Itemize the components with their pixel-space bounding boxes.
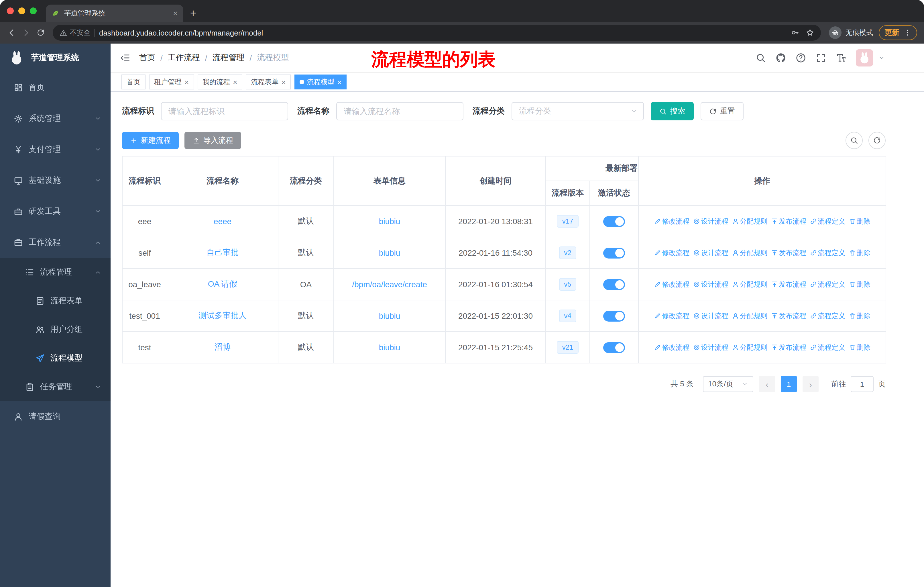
active-toggle[interactable] (603, 279, 625, 290)
form-info-link[interactable]: biubiu (379, 248, 401, 257)
close-icon[interactable]: × (281, 78, 285, 86)
back-button[interactable] (7, 28, 16, 37)
process-name-link[interactable]: OA 请假 (208, 279, 238, 288)
reset-button[interactable]: 重置 (701, 102, 744, 121)
address-bar[interactable]: 不安全 dashboard.yudao.iocoder.cn/bpm/manag… (53, 25, 821, 41)
action-assign-rule[interactable]: 分配规则 (732, 342, 767, 352)
close-icon[interactable]: × (337, 78, 342, 86)
font-size-icon[interactable] (836, 53, 846, 63)
forward-button[interactable] (22, 28, 31, 37)
prev-page-button[interactable]: ‹ (759, 376, 775, 392)
action-assign-rule[interactable]: 分配规则 (732, 311, 767, 321)
action-modify-process[interactable]: 修改流程 (654, 342, 690, 352)
action-design-process[interactable]: 设计流程 (693, 217, 728, 226)
action-delete[interactable]: 删除 (849, 279, 870, 289)
sidebar-item-home[interactable]: 首页 (0, 72, 111, 103)
action-modify-process[interactable]: 修改流程 (654, 279, 690, 289)
process-name-link[interactable]: 滔博 (214, 342, 231, 351)
sidebar-item-task-management[interactable]: 任务管理 (0, 373, 111, 401)
new-tab-button[interactable]: + (190, 8, 196, 18)
sidebar-item-system[interactable]: 系统管理 (0, 103, 111, 134)
action-publish-process[interactable]: 发布流程 (771, 279, 806, 289)
sidebar-item-infra[interactable]: 基础设施 (0, 165, 111, 196)
action-delete[interactable]: 删除 (849, 248, 870, 258)
close-icon[interactable]: × (185, 78, 189, 86)
tag-tenant[interactable]: 租户管理 × (149, 74, 194, 89)
action-assign-rule[interactable]: 分配规则 (732, 248, 767, 258)
action-process-definition[interactable]: 流程定义 (810, 311, 845, 321)
active-toggle[interactable] (603, 342, 625, 353)
sidebar-item-leave-query[interactable]: 请假查询 (0, 401, 111, 432)
search-icon[interactable] (756, 53, 766, 63)
action-modify-process[interactable]: 修改流程 (654, 248, 690, 258)
action-delete[interactable]: 删除 (849, 217, 870, 226)
category-select[interactable]: 流程分类 (512, 102, 644, 121)
action-delete[interactable]: 删除 (849, 311, 870, 321)
tag-process-form[interactable]: 流程表单 × (246, 74, 291, 89)
active-toggle[interactable] (603, 216, 625, 227)
import-process-button[interactable]: 导入流程 (185, 132, 241, 149)
sidebar-item-workflow[interactable]: 工作流程 (0, 227, 111, 258)
active-toggle[interactable] (603, 247, 625, 258)
sidebar-item-process-form[interactable]: 流程表单 (0, 287, 111, 315)
action-process-definition[interactable]: 流程定义 (810, 217, 845, 226)
process-key-input[interactable] (161, 102, 288, 121)
security-warning-chip[interactable]: 不安全 (59, 28, 91, 38)
window-minimize-button[interactable] (18, 7, 25, 14)
action-modify-process[interactable]: 修改流程 (654, 217, 690, 226)
bookmark-star-icon[interactable] (806, 29, 814, 37)
form-info-link[interactable]: biubiu (379, 217, 401, 226)
breadcrumb-workflow[interactable]: 工作流程 (168, 53, 200, 63)
breadcrumb-process-management[interactable]: 流程管理 (213, 53, 244, 63)
action-process-definition[interactable]: 流程定义 (810, 342, 845, 352)
tag-process-model[interactable]: 流程模型 × (294, 74, 347, 89)
process-name-input[interactable] (336, 102, 464, 121)
browser-update-button[interactable]: 更新 (879, 25, 917, 40)
help-icon[interactable] (796, 53, 806, 63)
form-info-link[interactable]: biubiu (379, 311, 401, 321)
action-assign-rule[interactable]: 分配规则 (732, 279, 767, 289)
sidebar-item-process-model[interactable]: 流程模型 (0, 344, 111, 373)
action-design-process[interactable]: 设计流程 (693, 248, 728, 258)
sidebar-item-devtools[interactable]: 研发工具 (0, 196, 111, 227)
action-publish-process[interactable]: 发布流程 (771, 217, 806, 226)
sidebar-fold-button[interactable] (120, 53, 130, 63)
form-info-link[interactable]: biubiu (379, 343, 401, 352)
goto-page-input[interactable] (851, 376, 874, 392)
reload-button[interactable] (37, 29, 45, 37)
active-toggle[interactable] (603, 311, 625, 321)
search-button[interactable]: 搜索 (651, 102, 694, 121)
next-page-button[interactable]: › (803, 376, 818, 392)
action-design-process[interactable]: 设计流程 (693, 311, 728, 321)
form-info-link[interactable]: /bpm/oa/leave/create (352, 280, 427, 289)
fullscreen-icon[interactable] (816, 53, 826, 63)
action-assign-rule[interactable]: 分配规则 (732, 217, 767, 226)
avatar-caret-icon[interactable] (878, 55, 885, 61)
tag-home[interactable]: 首页 (121, 74, 145, 89)
process-name-link[interactable]: 自己审批 (206, 248, 239, 257)
page-size-select[interactable]: 10条/页 (703, 376, 753, 392)
sidebar-item-user-group[interactable]: 用户分组 (0, 315, 111, 344)
window-close-button[interactable] (7, 7, 14, 14)
sidebar-item-process-management[interactable]: 流程管理 (0, 258, 111, 287)
avatar[interactable] (856, 49, 873, 66)
action-publish-process[interactable]: 发布流程 (771, 311, 806, 321)
breadcrumb-home[interactable]: 首页 (139, 53, 155, 63)
github-icon[interactable] (776, 53, 786, 63)
process-name-link[interactable]: eeee (214, 217, 231, 226)
page-1-button[interactable]: 1 (781, 376, 797, 392)
refresh-table-button[interactable] (868, 132, 886, 149)
key-icon[interactable] (791, 29, 799, 37)
tab-close-icon[interactable]: × (173, 9, 178, 17)
action-publish-process[interactable]: 发布流程 (771, 248, 806, 258)
browser-menu-dots-icon[interactable] (903, 29, 911, 37)
sidebar-item-payment[interactable]: 支付管理 (0, 134, 111, 165)
action-design-process[interactable]: 设计流程 (693, 279, 728, 289)
action-publish-process[interactable]: 发布流程 (771, 342, 806, 352)
browser-tab[interactable]: 芋道管理系统 × (46, 5, 183, 22)
action-modify-process[interactable]: 修改流程 (654, 311, 690, 321)
tag-my-process[interactable]: 我的流程 × (197, 74, 242, 89)
action-process-definition[interactable]: 流程定义 (810, 248, 845, 258)
window-zoom-button[interactable] (30, 7, 37, 14)
action-delete[interactable]: 删除 (849, 342, 870, 352)
